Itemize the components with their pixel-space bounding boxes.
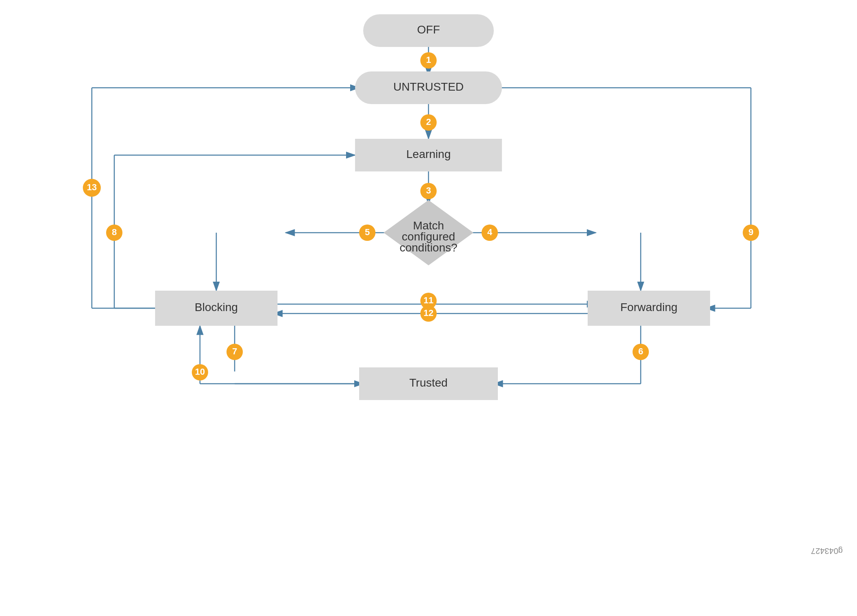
badge-2-text: 2 <box>426 117 431 127</box>
trusted-label: Trusted <box>409 376 448 389</box>
badge-6-text: 6 <box>638 346 643 356</box>
badge-12-text: 12 <box>424 308 433 318</box>
badge-8-text: 8 <box>112 227 117 237</box>
watermark: g043427 <box>811 547 843 556</box>
badge-5-text: 5 <box>365 227 370 237</box>
badge-10-text: 10 <box>195 367 205 377</box>
diagram-container: OFF UNTRUSTED Learning Match configured … <box>0 0 857 616</box>
blocking-label: Blocking <box>195 301 238 314</box>
learning-label: Learning <box>406 148 451 160</box>
badge-7-text: 7 <box>232 346 237 356</box>
badge-4-text: 4 <box>487 227 493 237</box>
badge-9-text: 9 <box>748 227 753 237</box>
untrusted-label: UNTRUSTED <box>393 80 464 93</box>
forwarding-label: Forwarding <box>620 301 677 314</box>
off-label: OFF <box>417 23 440 36</box>
badge-3-text: 3 <box>426 185 431 196</box>
badge-1-text: 1 <box>426 55 431 65</box>
badge-11-text: 11 <box>424 295 433 305</box>
match-label-3: conditions? <box>400 241 457 254</box>
badge-13-text: 13 <box>87 182 97 192</box>
